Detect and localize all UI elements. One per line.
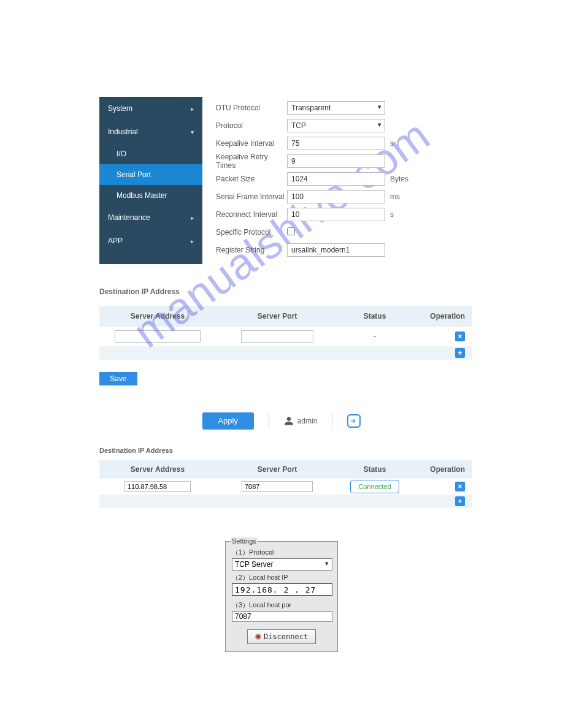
- col-status: Status: [339, 312, 411, 320]
- col-server-address: Server Address: [99, 465, 216, 474]
- dtu-protocol-label: DTU Protocol: [216, 104, 287, 112]
- divider: [269, 413, 269, 429]
- server-address-input[interactable]: [115, 330, 201, 343]
- reconnect-label: Reconnect Interval: [216, 210, 287, 219]
- destination-ip-block-2: Destination IP Address Server Address Se…: [99, 447, 472, 508]
- sidebar-item-io[interactable]: I/O: [99, 143, 202, 164]
- sidebar-item-serial-port[interactable]: Serial Port: [99, 164, 202, 185]
- col-server-port: Server Port: [216, 465, 339, 474]
- logout-button[interactable]: [347, 414, 361, 428]
- settings-protocol-label: （1）Protocol: [232, 548, 331, 557]
- keepalive-interval-unit: s: [390, 139, 394, 148]
- keepalive-interval-input[interactable]: [287, 137, 385, 150]
- col-server-address: Server Address: [99, 312, 216, 320]
- sidebar-label-industrial: Industrial: [108, 127, 138, 136]
- reconnect-input[interactable]: [287, 208, 385, 221]
- packet-size-unit: Bytes: [390, 175, 408, 183]
- settings-host-ip-input[interactable]: [232, 583, 332, 596]
- col-operation: Operation: [411, 312, 472, 320]
- col-operation: Operation: [411, 465, 472, 474]
- specific-protocol-checkbox[interactable]: [287, 227, 295, 235]
- record-icon: [255, 634, 261, 640]
- save-button[interactable]: Save: [99, 372, 137, 385]
- row-status: -: [339, 332, 411, 341]
- serial-frame-unit: ms: [390, 192, 400, 201]
- settings-protocol-select[interactable]: TCP Server: [232, 558, 332, 571]
- settings-host-port-input[interactable]: [232, 611, 332, 622]
- destination-ip-block-1: Destination IP Address Server Address Se…: [99, 287, 472, 385]
- user-name: admin: [297, 417, 318, 425]
- keepalive-retry-label: Keepalive Retry Times: [216, 153, 287, 170]
- packet-size-input[interactable]: [287, 172, 385, 186]
- top-bar: Apply admin: [0, 412, 563, 430]
- server-address-input[interactable]: [124, 481, 191, 492]
- settings-panel: Settings （1）Protocol TCP Server （2）Local…: [225, 541, 338, 652]
- keepalive-retry-input[interactable]: [287, 154, 385, 168]
- sidebar-item-app[interactable]: APP: [99, 229, 202, 252]
- user-indicator: admin: [284, 416, 318, 426]
- disconnect-button[interactable]: Disconnect: [247, 629, 316, 644]
- table-row: - ×: [99, 327, 472, 346]
- config-panel: System Industrial I/O Serial Port Modbus…: [99, 97, 473, 264]
- disconnect-label: Disconnect: [264, 632, 308, 641]
- status-badge: Connected: [350, 480, 399, 493]
- keepalive-interval-label: Keepalive Interval: [216, 139, 287, 148]
- sidebar-item-system[interactable]: System: [99, 97, 202, 120]
- serial-frame-input[interactable]: [287, 190, 385, 203]
- logout-icon: [350, 417, 358, 425]
- register-string-input[interactable]: [287, 243, 385, 257]
- user-icon: [284, 416, 294, 426]
- sidebar-item-industrial[interactable]: Industrial: [99, 120, 202, 143]
- protocol-label: Protocol: [216, 121, 287, 130]
- sidebar-label-maintenance: Maintenance: [108, 213, 150, 222]
- delete-row-icon[interactable]: ×: [455, 482, 465, 491]
- reconnect-unit: s: [390, 210, 394, 219]
- server-port-input[interactable]: [241, 330, 313, 343]
- add-row-icon[interactable]: +: [455, 496, 465, 506]
- col-server-port: Server Port: [216, 312, 339, 320]
- settings-host-port-label: （3）Local host por: [232, 601, 331, 610]
- apply-button[interactable]: Apply: [202, 412, 254, 430]
- settings-host-ip-label: （2）Local host IP: [232, 573, 331, 582]
- add-row-icon[interactable]: +: [455, 348, 465, 358]
- destination-ip-title-2: Destination IP Address: [99, 447, 472, 454]
- table-row: Connected ×: [99, 479, 472, 495]
- destination-ip-title-1: Destination IP Address: [99, 287, 472, 296]
- serial-frame-label: Serial Frame Interval: [216, 192, 287, 201]
- settings-legend: Settings: [231, 537, 258, 545]
- specific-protocol-label: Specific Protocol: [216, 228, 287, 237]
- protocol-select[interactable]: TCP: [287, 119, 385, 132]
- sidebar-label-app: APP: [108, 237, 123, 245]
- col-status: Status: [339, 465, 411, 474]
- sidebar-item-modbus-master[interactable]: Modbus Master: [99, 185, 202, 206]
- dtu-protocol-select[interactable]: Transparent: [287, 101, 385, 115]
- sidebar-label-system: System: [108, 104, 132, 113]
- packet-size-label: Packet Size: [216, 175, 287, 183]
- serial-port-form: DTU Protocol Transparent Protocol TCP Ke…: [216, 99, 467, 259]
- register-string-label: Register String: [216, 246, 287, 254]
- divider: [332, 413, 332, 429]
- sidebar: System Industrial I/O Serial Port Modbus…: [99, 97, 202, 264]
- server-port-input[interactable]: [242, 481, 313, 492]
- sidebar-item-maintenance[interactable]: Maintenance: [99, 206, 202, 229]
- delete-row-icon[interactable]: ×: [455, 332, 465, 341]
